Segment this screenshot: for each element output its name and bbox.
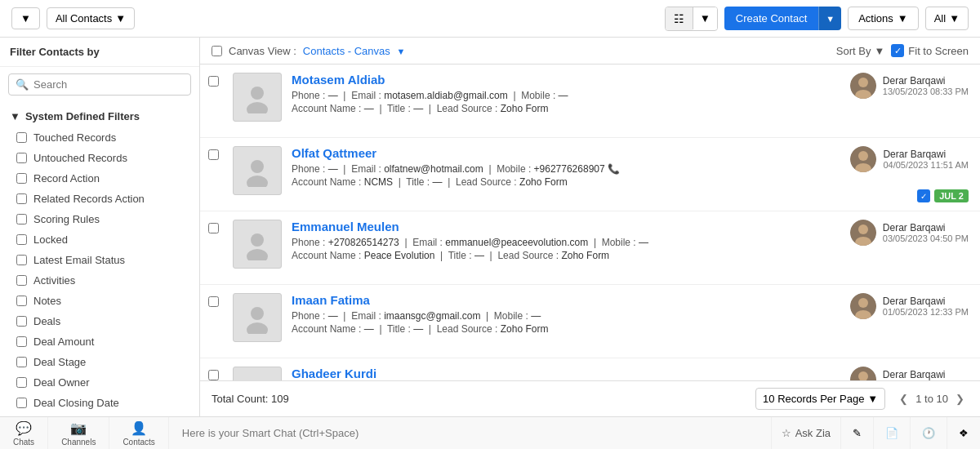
scoring-rules-checkbox[interactable] (16, 214, 27, 224)
sidebar-header: Filter Contacts by (0, 38, 199, 67)
contact-select-checkbox[interactable] (208, 76, 219, 87)
contact-account: Account Name : — | Title : — | Lead Sour… (292, 103, 822, 114)
chevron-down-icon: ▼ (867, 393, 878, 405)
sort-by-label: Sort By (836, 45, 871, 57)
document-button[interactable]: 📄 (873, 417, 910, 450)
filter-deal-stage[interactable]: Deal Stage (0, 352, 199, 372)
deals-checkbox[interactable] (16, 316, 27, 327)
deal-closing-date-checkbox[interactable] (16, 398, 27, 408)
contact-select-checkbox[interactable] (208, 223, 219, 233)
filter-deal-closing-date[interactable]: Deal Closing Date (0, 393, 199, 413)
contacts-button[interactable]: 👤 Contacts (109, 417, 168, 450)
contact-select-checkbox[interactable] (208, 149, 219, 160)
owner-name: Derar Barqawi (883, 222, 969, 233)
top-bar: ▼ All Contacts ▼ ☷ ▼ Create Contact ▼ Ac… (0, 0, 980, 38)
filter-notes[interactable]: Notes (0, 291, 199, 311)
per-page-select[interactable]: 10 Records Per Page ▼ (755, 388, 885, 410)
svg-point-13 (858, 224, 868, 234)
ask-zia-button[interactable]: ☆ Ask Zia (771, 417, 840, 450)
locked-checkbox[interactable] (16, 234, 27, 245)
filter-deals[interactable]: Deals (0, 311, 199, 331)
activities-checkbox[interactable] (16, 275, 27, 286)
smart-chat[interactable]: Here is your Smart Chat (Ctrl+Space) (169, 427, 771, 439)
maximize-button[interactable]: ❖ (947, 417, 980, 450)
contact-checkbox[interactable] (208, 367, 233, 380)
filter-label: Notes (33, 295, 61, 307)
owner-date: 04/05/2023 11:51 AM (883, 160, 969, 170)
contact-info: Imaan Fatima Phone : — | Email : imaansg… (292, 293, 822, 349)
contact-name[interactable]: Imaan Fatima (292, 293, 822, 307)
contact-name[interactable]: Olfat Qattmeer (292, 146, 822, 160)
all-button[interactable]: All ▼ (925, 7, 969, 30)
view-toggle-arrow[interactable]: ▼ (693, 7, 717, 29)
chevron-down-icon: ▼ (898, 12, 908, 24)
create-contact-button[interactable]: Create Contact (724, 7, 818, 30)
deal-amount-checkbox[interactable] (16, 336, 27, 347)
system-filters-label: System Defined Filters (25, 110, 140, 122)
edit-icon: ✎ (853, 427, 862, 439)
contact-name[interactable]: Motasem Aldiab (292, 73, 822, 87)
channels-button[interactable]: 📷 Channels (48, 417, 109, 450)
contact-account: Account Name : Peace Evolution | Title :… (292, 250, 822, 261)
clock-button[interactable]: 🕐 (910, 417, 947, 450)
filter-locked[interactable]: Locked (0, 229, 199, 250)
contact-account: Account Name : — | Title : — | Lead Sour… (292, 323, 822, 335)
contact-select-checkbox[interactable] (208, 296, 219, 307)
filter-activities[interactable]: Activities (0, 270, 199, 291)
filter-touched-records[interactable]: Touched Records (0, 127, 199, 148)
select-all-checkbox[interactable] (212, 46, 222, 56)
channels-label: Channels (61, 438, 96, 447)
owner-date: 13/05/2023 08:33 PM (883, 87, 969, 96)
filter-button[interactable]: ▼ (11, 7, 40, 29)
edit-button[interactable]: ✎ (840, 417, 873, 450)
owner-info: Derar Barqawi 01/05/2023 12:33 PM (883, 296, 969, 317)
svg-point-11 (247, 249, 268, 260)
filter-related-records-action[interactable]: Related Records Action (0, 189, 199, 209)
search-input[interactable] (33, 78, 184, 91)
contact-select-checkbox[interactable] (208, 370, 219, 380)
filter-record-action[interactable]: Record Action (0, 168, 199, 189)
contact-checkbox[interactable] (208, 146, 233, 202)
filter-label: Untouched Records (33, 152, 127, 164)
contacts-dropdown[interactable]: All Contacts ▼ (47, 7, 135, 29)
actions-button[interactable]: Actions ▼ (848, 7, 919, 30)
filter-deal-owner[interactable]: Deal Owner (0, 372, 199, 393)
record-action-checkbox[interactable] (16, 173, 27, 184)
notes-checkbox[interactable] (16, 296, 27, 306)
chats-icon: 💬 (16, 420, 32, 436)
create-contact-arrow[interactable]: ▼ (818, 7, 841, 30)
filter-latest-email-status[interactable]: Latest Email Status (0, 250, 199, 270)
untouched-records-checkbox[interactable] (16, 153, 27, 163)
chats-button[interactable]: 💬 Chats (0, 417, 48, 450)
related-records-checkbox[interactable] (16, 193, 27, 204)
filter-label: Activities (33, 274, 75, 287)
sort-by-button[interactable]: Sort By ▼ (836, 45, 885, 57)
system-filters-title[interactable]: ▼ System Defined Filters (0, 105, 199, 127)
owner-avatar (850, 293, 876, 319)
filter-label: Deal Owner (33, 376, 90, 389)
svg-point-16 (247, 322, 268, 334)
prev-page-button[interactable]: ❮ (895, 391, 912, 407)
touched-records-checkbox[interactable] (16, 132, 27, 143)
clock-icon: 🕐 (922, 427, 935, 439)
fit-to-screen-toggle[interactable]: ✓ Fit to Screen (891, 44, 969, 57)
contact-name[interactable]: Emmanuel Meulen (292, 220, 822, 233)
deal-stage-checkbox[interactable] (16, 357, 27, 367)
latest-email-status-checkbox[interactable] (16, 255, 27, 265)
deal-owner-checkbox[interactable] (16, 377, 27, 388)
create-contact-group: Create Contact ▼ (724, 7, 841, 30)
filter-deal-amount[interactable]: Deal Amount (0, 331, 199, 352)
contact-checkbox[interactable] (208, 73, 233, 129)
svg-point-0 (251, 87, 264, 100)
next-page-button[interactable]: ❯ (951, 391, 969, 407)
filter-label: Scoring Rules (33, 213, 100, 225)
contact-checkbox[interactable] (208, 220, 233, 276)
contact-phone-email: Phone : +270826514273 | Email : emmanuel… (292, 237, 822, 248)
filter-untouched-records[interactable]: Untouched Records (0, 148, 199, 168)
grid-view-button[interactable]: ☷ (666, 7, 693, 30)
contact-row: Ghadeer Kurdi Phone : — | Email : ghadee… (200, 358, 980, 380)
filter-scoring-rules[interactable]: Scoring Rules (0, 209, 199, 229)
contact-name[interactable]: Ghadeer Kurdi (292, 367, 822, 380)
contact-checkbox[interactable] (208, 293, 233, 349)
canvas-view-name: Contacts - Canvas ▼ (303, 45, 405, 57)
